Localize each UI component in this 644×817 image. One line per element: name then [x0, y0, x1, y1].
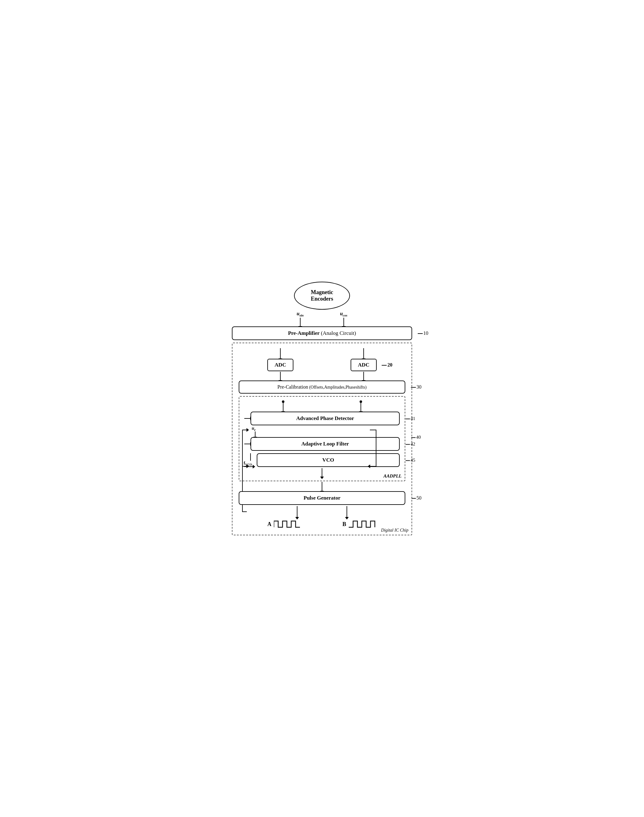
adc-left-box: ADC: [267, 359, 294, 371]
vco-box: VCO: [257, 453, 400, 467]
pulse-waveform-a: [274, 519, 302, 530]
vco-label: VCO: [322, 457, 334, 463]
ref-40: 40: [411, 435, 421, 440]
aadpll-boundary: AADPLL: [239, 396, 405, 481]
pre-amplifier-box: Pre-Amplifier (Analog Circuit): [232, 326, 412, 340]
digital-ic-chip-boundary: Digital IC Chip ADC ADC 20: [232, 342, 412, 535]
magnetic-encoders-label: Magnetic Encoders: [311, 289, 333, 302]
u-cos-label: ucos: [340, 311, 348, 317]
magnetic-encoders-block: Magnetic Encoders: [229, 282, 415, 310]
pre-calibration-box: Pre-Calibration (Offsets,Amplitudes,Phas…: [239, 381, 405, 393]
ref-20: 20: [382, 362, 392, 368]
output-b-label: B: [342, 521, 346, 528]
output-a-label: A: [267, 521, 271, 528]
block-diagram: Magnetic Encoders usin ucos: [229, 282, 415, 535]
adaptive-loop-filter-box: Adaptive Loop Filter: [250, 437, 400, 451]
pre-calibration-sublabel: (Offsets,Amplitudes,Phaseshifts): [308, 385, 366, 390]
apd-label: Advanced Phase Detector: [296, 415, 354, 421]
ref-41: 41: [406, 416, 415, 421]
pulse-generator-box: Pulse Generator: [239, 491, 405, 505]
pre-amplifier-label: Pre-Amplifier: [288, 330, 320, 336]
digital-ic-label: Digital IC Chip: [381, 528, 408, 533]
vco-box-wrapper: VCO 45: [257, 453, 400, 467]
fvco-label: fVCO: [244, 461, 252, 466]
ref-10: 10: [418, 330, 428, 336]
aadpll-label: AADPLL: [383, 473, 402, 479]
ue-signal-label: ue: [252, 426, 256, 432]
pre-amplifier-sublabel: (Analog Circuit): [319, 330, 356, 336]
u-sin-label: usin: [297, 311, 304, 317]
alf-label: Adaptive Loop Filter: [302, 441, 349, 447]
ref-45: 45: [406, 458, 415, 463]
ref-42: 42: [406, 441, 415, 447]
pulse-generator-label: Pulse Generator: [304, 495, 340, 501]
adc-right-box: ADC 20: [351, 359, 377, 371]
pre-calibration-label: Pre-Calibration: [278, 384, 308, 390]
ref-50: 50: [411, 495, 422, 501]
adc-right-label: ADC: [358, 362, 370, 368]
ref-30: 30: [411, 384, 422, 390]
advanced-phase-detector-box: Advanced Phase Detector: [250, 412, 400, 425]
adc-left-label: ADC: [275, 362, 286, 368]
magnetic-encoders-ellipse: Magnetic Encoders: [294, 282, 350, 310]
pulse-waveform-b: [349, 519, 377, 530]
